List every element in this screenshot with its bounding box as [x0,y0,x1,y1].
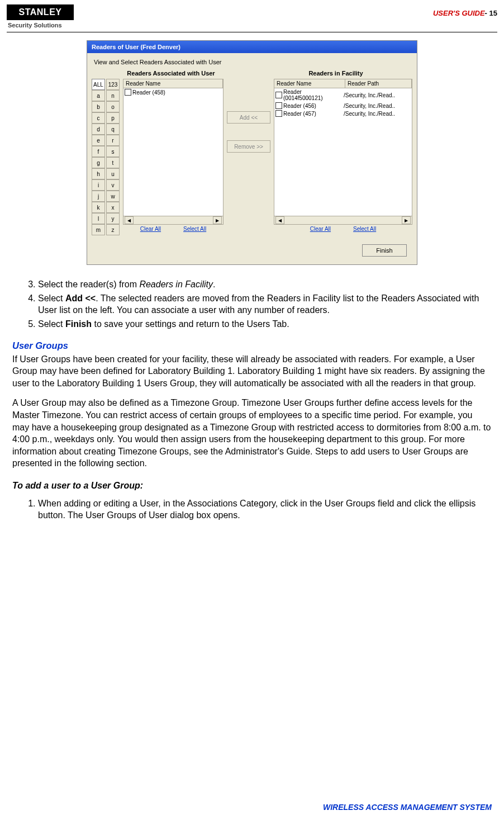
alpha-l[interactable]: l [92,213,105,224]
logo-block: STANLEY Security Solutions [7,4,74,32]
logo-subtitle: Security Solutions [7,20,74,32]
step-4: Select Add <<. The selected readers are … [38,292,492,318]
paragraph: If User Groups have been created for you… [12,353,492,390]
alpha-j[interactable]: j [92,191,105,202]
alpha-u[interactable]: u [106,168,120,179]
text: to save your settings and return to the … [92,319,289,329]
alpha-all[interactable]: ALL [92,79,105,90]
alpha-m[interactable]: m [92,224,105,235]
select-all-link-left[interactable]: Select All [183,226,206,232]
step-3: Select the reader(s) from Readers in Fac… [38,278,492,292]
text-italic: Readers in Facility [139,279,213,289]
checkbox-icon[interactable] [275,102,282,109]
alpha-w[interactable]: w [106,191,120,202]
scroll-right-icon[interactable]: ▶ [402,216,411,224]
logo-stanley: STANLEY [7,4,74,20]
alpha-123[interactable]: 123 [106,79,120,90]
list-item[interactable]: Reader (458) [123,88,223,96]
guide-title: USER'S GUIDE- 15 [433,4,497,17]
alpha-e[interactable]: e [92,135,105,146]
text: . [213,279,215,289]
finish-button[interactable]: Finish [362,244,407,257]
list-item[interactable]: Reader (0014f5000121) /Security, Inc./Re… [274,88,412,102]
reader-path-cell: /Security, Inc./Read.. [344,111,395,117]
checkbox-icon[interactable] [275,110,282,117]
reader-name-cell: Reader (457) [283,111,343,117]
clear-all-link-right[interactable]: Clear All [310,226,331,232]
alpha-g[interactable]: g [92,157,105,168]
paragraph: A User Group may also be defined as a Ti… [12,397,492,470]
list-readers-associated[interactable]: Reader Name Reader (458) ◀ ▶ [123,79,224,225]
alpha-c[interactable]: c [92,112,105,124]
reader-name-cell: Reader (456) [283,103,343,109]
reader-path-cell: /Security, Inc./Read.. [344,103,395,109]
alpha-v[interactable]: v [106,179,120,191]
alpha-b[interactable]: b [92,101,105,112]
select-all-link-right[interactable]: Select All [353,226,376,232]
guide-label: USER'S GUIDE [433,9,485,17]
page-number: - 15 [485,9,497,17]
alpha-x[interactable]: x [106,202,120,213]
list-item[interactable]: Reader (457) /Security, Inc./Read.. [274,110,412,117]
col-reader-name-right[interactable]: Reader Name [274,79,345,88]
footer-text: WIRELESS ACCESS MANAGEMENT SYSTEM [323,803,492,812]
text: Select [38,319,65,329]
list-item[interactable]: Reader (456) /Security, Inc./Read.. [274,102,412,110]
step-5: Select Finish to save your settings and … [38,318,492,332]
alpha-n[interactable]: n [106,90,120,101]
alpha-o[interactable]: o [106,101,120,112]
alpha-col2: 123 n o p q r s t u v w x y z [106,79,120,235]
alpha-p[interactable]: p [106,112,120,124]
scroll-left-icon[interactable]: ◀ [125,216,134,224]
text-bold: Finish [65,319,92,329]
heading-add-user-to-group: To add a user to a User Group: [12,480,492,492]
alpha-a[interactable]: a [92,90,105,101]
alpha-y[interactable]: y [106,213,120,224]
reader-name-cell: Reader (458) [132,89,165,96]
alpha-h[interactable]: h [92,168,105,179]
remove-button[interactable]: Remove >> [227,140,270,153]
scrollbar-horizontal[interactable]: ◀ ▶ [274,216,412,224]
dialog-titlebar: Readers of User (Fred Denver) [87,41,417,53]
text: Select the reader(s) from [38,279,139,289]
col-reader-path-right[interactable]: Reader Path [345,79,412,88]
dialog-readers-of-user: Readers of User (Fred Denver) View and S… [87,40,417,265]
header-divider [7,32,497,32]
alpha-q[interactable]: q [106,124,120,135]
scrollbar-horizontal[interactable]: ◀ ▶ [123,216,223,224]
reader-name-cell: Reader (0014f5000121) [283,89,343,101]
checkbox-icon[interactable] [125,89,131,96]
scroll-right-icon[interactable]: ▶ [213,216,222,224]
add-step-1: When adding or editing a User, in the As… [38,497,492,523]
col-reader-name-left[interactable]: Reader Name [123,79,223,88]
alpha-z[interactable]: z [106,224,120,235]
alpha-f[interactable]: f [92,146,105,157]
alpha-k[interactable]: k [92,202,105,213]
alpha-col1: ALL a b c d e f g h i j k l m [92,79,105,235]
dialog-subtitle: View and Select Readers Associated with … [87,53,417,70]
add-button[interactable]: Add << [227,111,270,124]
checkbox-icon[interactable] [275,92,282,98]
alpha-s[interactable]: s [106,146,120,157]
reader-path-cell: /Security, Inc./Read.. [344,92,395,98]
alpha-t[interactable]: t [106,157,120,168]
list-readers-in-facility[interactable]: Reader Name Reader Path Reader (0014f500… [274,79,412,225]
heading-readers-in-facility: Readers in Facility [255,70,417,77]
alpha-r[interactable]: r [106,135,120,146]
heading-user-groups: User Groups [12,339,492,352]
heading-readers-associated: Readers Associated with User [87,70,255,77]
text: . The selected readers are moved from th… [38,293,479,315]
alpha-filter: ALL a b c d e f g h i j k l m [92,79,120,235]
scroll-left-icon[interactable]: ◀ [275,216,284,224]
text-bold: Add << [65,293,96,303]
alpha-i[interactable]: i [92,179,105,191]
document-body: Select the reader(s) from Readers in Fac… [0,265,504,523]
alpha-d[interactable]: d [92,124,105,135]
text: Select [38,293,65,303]
clear-all-link-left[interactable]: Clear All [140,226,161,232]
